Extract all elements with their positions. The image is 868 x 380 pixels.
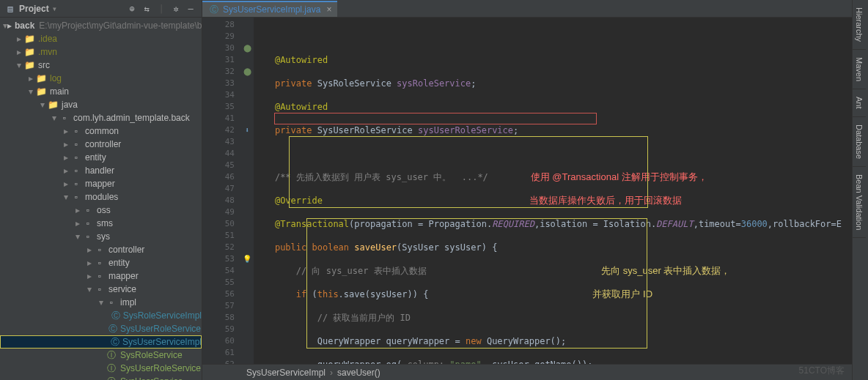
dropdown-icon[interactable]: ▾ bbox=[52, 4, 57, 14]
right-tool-strip: Hierarchy Maven Ant Database Bean Valida… bbox=[852, 0, 868, 380]
folder-icon: 📁 bbox=[23, 59, 35, 71]
package-icon: ▫ bbox=[82, 204, 94, 216]
package-icon: ▫ bbox=[94, 257, 106, 269]
bean-icon[interactable]: ⬤ bbox=[240, 66, 254, 78]
interface-icon: Ⓘ bbox=[106, 376, 117, 380]
package-icon: ▫ bbox=[70, 125, 82, 137]
interface-icon: Ⓘ bbox=[106, 362, 117, 374]
package-icon: ▫ bbox=[70, 191, 82, 203]
module-icon: ▸ bbox=[7, 20, 12, 31]
tree-item-class[interactable]: ⒸSysUserRoleServiceImpl bbox=[0, 322, 202, 335]
tree-item-log[interactable]: ▸📁log bbox=[0, 72, 202, 85]
annotation-red: 当数据库操作失败后，用于回滚数据 bbox=[529, 195, 682, 206]
tool-hierarchy[interactable]: Hierarchy bbox=[853, 0, 866, 50]
class-icon: Ⓒ bbox=[111, 310, 120, 321]
folder-icon: 📁 bbox=[23, 33, 35, 45]
folder-icon: 📁 bbox=[23, 46, 35, 58]
package-icon: ▫ bbox=[70, 165, 82, 176]
package-icon: ▫ bbox=[94, 270, 106, 282]
package-icon: ▫ bbox=[94, 283, 106, 295]
class-icon: Ⓒ bbox=[111, 336, 119, 348]
tree-item-idea[interactable]: ▸📁.idea bbox=[0, 32, 202, 45]
tree-item[interactable]: ▸▫mapper bbox=[0, 269, 202, 283]
class-icon: Ⓒ bbox=[208, 4, 220, 15]
select-opened-file-icon[interactable]: ⊕ bbox=[125, 2, 139, 15]
gutter-line-numbers: 2829303132333435414243444546474849505152… bbox=[202, 18, 240, 364]
chevron-right-icon: › bbox=[330, 368, 333, 378]
tree-item[interactable]: ▸▫controller bbox=[0, 138, 202, 151]
bulb-icon[interactable]: 💡 bbox=[240, 253, 254, 265]
crumb-class[interactable]: SysUserServiceImpl bbox=[246, 368, 326, 378]
project-title: Project bbox=[19, 4, 49, 14]
tree-item-impl[interactable]: ▾▫impl bbox=[0, 296, 202, 309]
editor: Ⓒ SysUserServiceImpl.java × 282930313233… bbox=[202, 0, 852, 380]
source-folder-icon: 📁 bbox=[47, 99, 59, 111]
package-icon: ▫ bbox=[70, 152, 82, 163]
tool-ant[interactable]: Ant bbox=[853, 89, 866, 117]
highlight-box-role-block bbox=[306, 218, 647, 349]
project-panel-header: ▤ Project ▾ ⊕ ⇆ | ✲ — bbox=[0, 0, 202, 18]
tree-item-java[interactable]: ▾📁java bbox=[0, 98, 202, 111]
package-icon: ▫ bbox=[106, 297, 117, 308]
package-icon: ▫ bbox=[70, 138, 82, 150]
tool-bean-validation[interactable]: Bean Validation bbox=[853, 167, 866, 238]
tree-item[interactable]: ▸▫sms bbox=[0, 217, 202, 230]
watermark: 51CTO博客 bbox=[799, 365, 845, 377]
tree-item-class[interactable]: ⒸSysRoleServiceImpl bbox=[0, 309, 202, 322]
editor-tab-active[interactable]: Ⓒ SysUserServiceImpl.java × bbox=[202, 1, 337, 17]
tree-root[interactable]: ▾▸backE:\myProject\myGit\admin-vue-templ… bbox=[0, 19, 202, 32]
tree-item-service[interactable]: ▾▫service bbox=[0, 283, 202, 296]
tree-item[interactable]: ▸▫handler bbox=[0, 164, 202, 177]
tree-item[interactable]: ▸▫mapper bbox=[0, 177, 202, 190]
code-content[interactable]: @Autowired private SysRoleService sysRol… bbox=[254, 18, 852, 364]
tree-item-mvn[interactable]: ▸📁.mvn bbox=[0, 45, 202, 59]
package-icon: ▫ bbox=[70, 178, 82, 190]
folder-icon: 📁 bbox=[35, 72, 47, 84]
package-icon: ▫ bbox=[82, 231, 94, 242]
hide-icon[interactable]: — bbox=[184, 2, 197, 15]
tree-item-sys[interactable]: ▾▫sys bbox=[0, 230, 202, 243]
gear-icon[interactable]: ✲ bbox=[169, 2, 183, 15]
tree-item-interface[interactable]: ⒾSysUserService bbox=[0, 375, 202, 380]
expand-all-icon[interactable]: ⇆ bbox=[140, 2, 153, 15]
code-area[interactable]: 2829303132333435414243444546474849505152… bbox=[202, 18, 852, 364]
tree-item-interface[interactable]: ⒾSysRoleService bbox=[0, 349, 202, 362]
editor-tab-bar: Ⓒ SysUserServiceImpl.java × bbox=[202, 0, 852, 18]
tree-item[interactable]: ▸▫common bbox=[0, 124, 202, 138]
annotation-yellow: 并获取用户 ID bbox=[592, 288, 652, 299]
package-icon: ▫ bbox=[82, 217, 94, 229]
annotation-yellow: 先向 sys_user 表中插入数据， bbox=[601, 265, 730, 276]
tab-label: SysUserServiceImpl.java bbox=[223, 4, 320, 15]
class-icon: Ⓒ bbox=[108, 323, 117, 335]
tree-item-pkg[interactable]: ▾▫com.lyh.admin_template.back bbox=[0, 111, 202, 124]
bean-icon[interactable]: ⬤ bbox=[240, 42, 254, 54]
tree-item-src[interactable]: ▾📁src bbox=[0, 59, 202, 72]
tree-item-main[interactable]: ▾📁main bbox=[0, 85, 202, 98]
tree-item[interactable]: ▸▫entity bbox=[0, 256, 202, 269]
highlight-box-transactional bbox=[274, 113, 597, 124]
close-icon[interactable]: × bbox=[326, 4, 331, 15]
tree-item-interface[interactable]: ⒾSysUserRoleService bbox=[0, 362, 202, 375]
tool-database[interactable]: Database bbox=[853, 117, 866, 167]
tree-item[interactable]: ▸▫controller bbox=[0, 243, 202, 256]
tree-item[interactable]: ▸▫entity bbox=[0, 151, 202, 164]
tool-maven[interactable]: Maven bbox=[853, 50, 866, 89]
project-icon: ▤ bbox=[4, 3, 16, 15]
tree-item-class-selected[interactable]: ⒸSysUserServiceImpl bbox=[0, 335, 202, 349]
divider: | bbox=[155, 2, 168, 15]
project-tree[interactable]: ▾▸backE:\myProject\myGit\admin-vue-templ… bbox=[0, 18, 202, 380]
annotation-red: 使用 @Transactional 注解用于控制事务， bbox=[531, 171, 707, 182]
interface-icon: Ⓘ bbox=[106, 349, 117, 361]
folder-icon: 📁 bbox=[35, 86, 47, 97]
breadcrumb[interactable]: SysUserServiceImpl › saveUser() bbox=[202, 364, 852, 380]
package-icon: ▫ bbox=[59, 112, 70, 124]
gutter-icons: ⬤ ⬤ ⬇ 💡 bbox=[240, 18, 254, 364]
tree-item[interactable]: ▸▫oss bbox=[0, 204, 202, 217]
project-panel: ▤ Project ▾ ⊕ ⇆ | ✲ — ▾▸backE:\myProject… bbox=[0, 0, 202, 380]
override-icon[interactable]: ⬇ bbox=[240, 124, 254, 136]
tree-item-modules[interactable]: ▾▫modules bbox=[0, 190, 202, 204]
crumb-method[interactable]: saveUser() bbox=[337, 368, 380, 378]
package-icon: ▫ bbox=[94, 244, 106, 256]
